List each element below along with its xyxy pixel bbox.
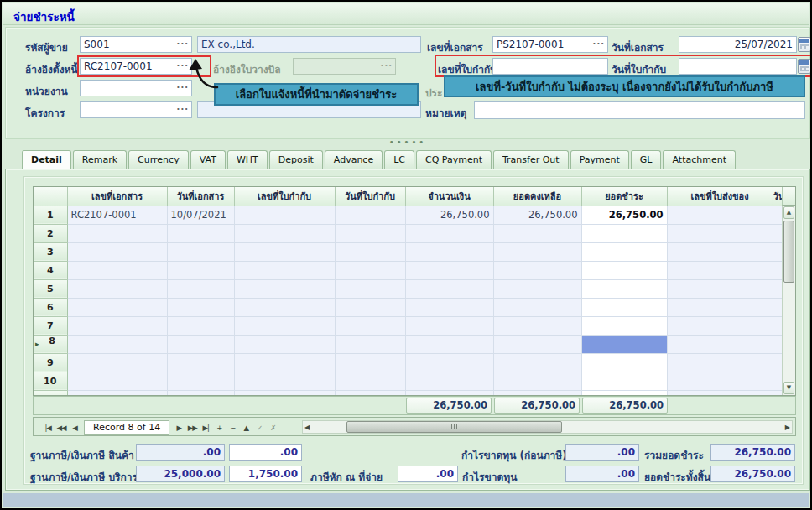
- tab-lc[interactable]: LC: [384, 150, 414, 169]
- grid-cell[interactable]: [167, 316, 234, 335]
- delete-row-icon[interactable]: −: [226, 421, 239, 435]
- grid-cell[interactable]: [67, 261, 167, 279]
- prev-record-icon[interactable]: ◀: [68, 421, 81, 435]
- append-row-icon[interactable]: +: [212, 421, 226, 435]
- grid-cell[interactable]: [667, 279, 773, 298]
- doc-date-field[interactable]: 25/07/2021: [679, 36, 797, 53]
- grid-cell[interactable]: [234, 242, 335, 261]
- grid-col-doc-date[interactable]: วันที่เอกสาร: [167, 187, 234, 206]
- wht-field[interactable]: .00: [398, 466, 458, 482]
- remark-field[interactable]: [474, 101, 805, 119]
- calendar-icon[interactable]: [798, 37, 811, 52]
- grid-row-number[interactable]: 5: [34, 279, 67, 298]
- grid-cell[interactable]: [67, 390, 167, 396]
- grid-cell[interactable]: [581, 316, 667, 335]
- grid-cell[interactable]: [667, 353, 773, 372]
- scroll-right-icon[interactable]: ▶: [785, 421, 790, 434]
- grid-cell[interactable]: [405, 316, 493, 335]
- grid-cell[interactable]: [335, 279, 405, 298]
- grid-cell[interactable]: [667, 206, 773, 224]
- grid-cell[interactable]: [167, 372, 234, 390]
- grid-cell[interactable]: [493, 390, 581, 396]
- grid-cell[interactable]: [67, 316, 167, 335]
- grid-cell[interactable]: [581, 353, 667, 372]
- grid-cell[interactable]: [667, 390, 773, 396]
- grid-col-balance[interactable]: ยอดคงเหลือ: [493, 187, 581, 206]
- tax-goods-amount-field[interactable]: .00: [229, 444, 302, 461]
- grid-row-number[interactable]: 2: [34, 224, 67, 242]
- tab-currency[interactable]: Currency: [128, 150, 189, 169]
- lookup-ellipsis-icon[interactable]: ···: [177, 38, 189, 51]
- grid-cell[interactable]: [405, 242, 493, 261]
- doc-no-field[interactable]: PS2107-0001···: [492, 36, 608, 53]
- tab-remark[interactable]: Remark: [73, 150, 127, 169]
- grid-cell[interactable]: [581, 390, 667, 396]
- grid-cell[interactable]: [234, 316, 335, 335]
- grid-cell[interactable]: [167, 279, 234, 298]
- grid-cell[interactable]: [67, 279, 167, 298]
- lookup-ellipsis-icon[interactable]: ···: [177, 81, 189, 95]
- grid-cell[interactable]: [335, 335, 405, 353]
- grid-cell[interactable]: [67, 224, 167, 242]
- grid-cell[interactable]: [581, 298, 667, 316]
- grid-row-number[interactable]: 9: [34, 353, 67, 372]
- grid-row-number[interactable]: 6: [34, 298, 67, 316]
- ref-no-field[interactable]: RC2107-0001···: [80, 58, 192, 75]
- grid-cell[interactable]: [335, 261, 405, 279]
- grid-cell[interactable]: [335, 242, 405, 261]
- lookup-ellipsis-icon[interactable]: ···: [177, 60, 189, 73]
- calendar-icon[interactable]: [798, 59, 811, 74]
- tab-gl[interactable]: GL: [631, 150, 662, 169]
- lookup-ellipsis-icon[interactable]: ···: [177, 103, 189, 117]
- grid-cell[interactable]: [234, 279, 335, 298]
- grid-cell[interactable]: [335, 298, 405, 316]
- grid-cell[interactable]: [667, 372, 773, 390]
- department-field[interactable]: ···: [80, 80, 192, 96]
- grid-cell[interactable]: [335, 316, 405, 335]
- grid-col-invoice-no[interactable]: เลขที่ใบกำกับ: [234, 187, 335, 206]
- tab-wht[interactable]: WHT: [227, 150, 268, 169]
- grid-cell[interactable]: [493, 224, 581, 242]
- horizontal-scrollbar[interactable]: ◀ ▶: [302, 420, 793, 434]
- next-record-icon[interactable]: ▶: [172, 421, 185, 435]
- grid-cell[interactable]: [667, 335, 773, 353]
- grid-cell[interactable]: [167, 261, 234, 279]
- grid-row-number[interactable]: 3: [34, 242, 67, 261]
- grid-cell[interactable]: [335, 372, 405, 390]
- project-field[interactable]: ···: [80, 101, 192, 118]
- grid-cell[interactable]: [167, 390, 234, 396]
- grid-cell[interactable]: [167, 242, 234, 261]
- grid-cell[interactable]: [493, 372, 581, 390]
- horizontal-scroll-thumb[interactable]: [346, 421, 562, 433]
- grid-cell[interactable]: [493, 279, 581, 298]
- grid-col-invoice-date[interactable]: วันที่ใบกำกับ: [335, 187, 405, 206]
- post-edit-icon[interactable]: ✓: [252, 421, 266, 435]
- grid-cell[interactable]: [493, 335, 581, 353]
- invoice-no-field[interactable]: [492, 58, 608, 75]
- grid-cell[interactable]: [405, 224, 493, 242]
- grid-cell[interactable]: [67, 242, 167, 261]
- grid-cell[interactable]: [234, 261, 335, 279]
- grid-cell[interactable]: [667, 242, 773, 261]
- grid-cell[interactable]: [493, 261, 581, 279]
- grid-cell[interactable]: [167, 353, 234, 372]
- grid-row-number[interactable]: 11: [34, 390, 67, 396]
- grid-cell[interactable]: [667, 316, 773, 335]
- grid-cell[interactable]: 26,750.00: [581, 206, 667, 224]
- grid-cell[interactable]: [405, 261, 493, 279]
- grid-col-doc-no[interactable]: เลขที่เอกสาร: [67, 187, 167, 206]
- grid-cell[interactable]: [67, 335, 167, 353]
- grid-row-number[interactable]: 7: [34, 316, 67, 335]
- grid-cell[interactable]: [581, 242, 667, 261]
- grid-cell[interactable]: [234, 224, 335, 242]
- grid-cell[interactable]: 26,750.00: [405, 206, 493, 224]
- grid-col-amount[interactable]: จำนวนเงิน: [405, 187, 493, 206]
- tab-deposit[interactable]: Deposit: [269, 150, 323, 169]
- grid-cell[interactable]: [493, 298, 581, 316]
- tab-transfer-out[interactable]: Transfer Out: [493, 150, 569, 169]
- tax-service-amount-field[interactable]: 1,750.00: [229, 466, 302, 482]
- grid-cell[interactable]: [405, 353, 493, 372]
- grid-cell[interactable]: [405, 335, 493, 353]
- grid-cell[interactable]: [581, 279, 667, 298]
- tab-attachment[interactable]: Attachment: [663, 150, 736, 169]
